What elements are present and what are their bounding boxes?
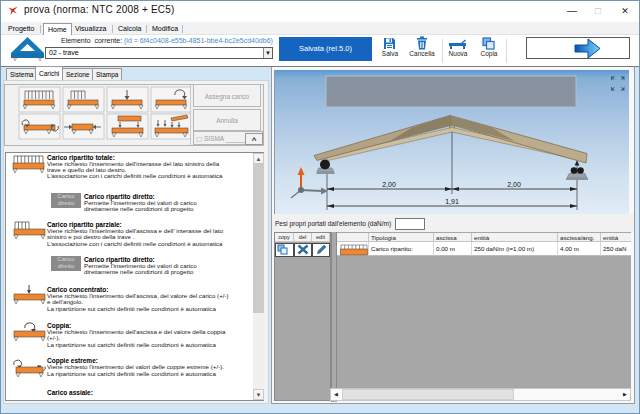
svg-text:2,00: 2,00	[507, 181, 521, 188]
svg-text:1,91: 1,91	[445, 198, 459, 205]
svg-text:2,00: 2,00	[382, 181, 396, 188]
